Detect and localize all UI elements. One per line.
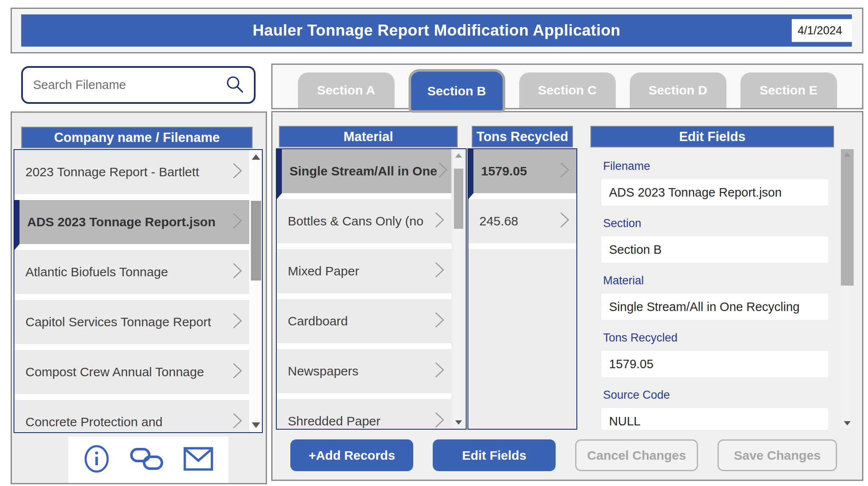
tab-section-b[interactable]: Section B (409, 69, 505, 113)
list-item[interactable]: Atlantic Biofuels Tonnage (14, 250, 249, 300)
scroll-up-icon[interactable] (455, 153, 462, 158)
mail-icon[interactable] (184, 447, 213, 472)
material-list: Single Stream/All in One Bottles & Cans … (276, 148, 467, 430)
tons-list-header: Tons Recycled (472, 126, 573, 147)
add-records-button[interactable]: +Add Records (290, 439, 413, 471)
tab-section-c[interactable]: Section C (519, 72, 616, 108)
company-list-header: Company name / Filename (21, 127, 253, 148)
save-changes-button[interactable]: Save Changes (718, 439, 837, 471)
list-item[interactable]: Newspapers (277, 349, 451, 399)
date-picker[interactable]: 4/1/2024 (792, 19, 852, 42)
list-item-label: Single Stream/All in One (289, 164, 437, 178)
chevron-right-icon (434, 260, 445, 283)
field-label-filename: Filename (603, 160, 834, 173)
tab-section-d[interactable]: Section D (630, 72, 726, 108)
list-item-label: Compost Crew Annual Tonnage (25, 365, 204, 379)
list-item-label: ADS 2023 Tonnage Report.json (27, 215, 216, 229)
company-scrollbar[interactable] (250, 151, 262, 431)
list-item-selected[interactable]: 1579.05 (468, 149, 576, 199)
header-window: Hauler Tonnage Report Modification Appli… (11, 8, 863, 53)
list-item-label: Bottles & Cans Only (no (288, 214, 423, 228)
chevron-right-icon (231, 311, 243, 334)
source-code-field[interactable] (601, 408, 828, 430)
edit-fields-scrollbar[interactable] (841, 149, 854, 429)
tab-section-a[interactable]: Section A (298, 72, 395, 108)
section-field[interactable] (601, 236, 828, 263)
list-item[interactable]: Compost Crew Annual Tonnage (14, 350, 249, 400)
company-panel: Company name / Filename 2023 Tonnage Rep… (11, 111, 267, 484)
list-item[interactable]: Shredded Paper (277, 399, 451, 430)
scroll-down-icon[interactable] (455, 420, 462, 425)
field-label-tons-recycled: Tons Recycled (603, 331, 834, 345)
list-item-selected[interactable]: ADS 2023 Tonnage Report.json (14, 200, 249, 250)
search-box[interactable] (21, 66, 256, 104)
edit-fields-header: Edit Fields (590, 126, 834, 147)
tab-section-e[interactable]: Section E (740, 72, 837, 108)
chevron-right-icon (231, 211, 243, 234)
list-item[interactable]: Cardboard (277, 299, 451, 349)
scroll-up-icon[interactable] (252, 154, 260, 160)
page-title: Hauler Tonnage Report Modification Appli… (253, 22, 620, 39)
list-item[interactable]: 2023 Tonnage Report - Bartlett (14, 150, 249, 200)
chevron-right-icon (434, 410, 445, 430)
footer-icons (68, 436, 228, 483)
material-list-header: Material (279, 126, 458, 147)
chevron-right-icon (434, 210, 445, 233)
header-bar: Hauler Tonnage Report Modification Appli… (21, 14, 852, 47)
tons-list: 1579.05 245.68 (467, 148, 577, 430)
list-item-label: Newspapers (288, 364, 359, 378)
scroll-down-icon[interactable] (252, 422, 260, 428)
list-item[interactable]: Mixed Paper (277, 249, 451, 299)
app-window: Hauler Tonnage Report Modification Appli… (0, 0, 868, 486)
list-item-label: Shredded Paper (288, 414, 381, 428)
chevron-right-icon (231, 261, 243, 284)
list-item[interactable]: Bottles & Cans Only (no (277, 199, 451, 249)
scroll-up-icon[interactable] (844, 153, 851, 157)
company-list: 2023 Tonnage Report - Bartlett ADS 2023 … (14, 149, 263, 433)
field-label-material: Material (603, 274, 834, 288)
chevron-right-icon (434, 310, 445, 333)
material-scrollbar[interactable] (453, 150, 464, 428)
list-item-selected[interactable]: Single Stream/All in One (277, 149, 451, 199)
scrollbar-thumb[interactable] (841, 149, 854, 286)
chevron-right-icon (437, 160, 449, 183)
scrollbar-thumb[interactable] (454, 169, 463, 229)
info-icon[interactable] (83, 444, 110, 475)
scrollbar-thumb[interactable] (251, 201, 261, 280)
list-item-label: 2023 Tonnage Report - Bartlett (25, 165, 199, 179)
list-item-label: Atlantic Biofuels Tonnage (25, 265, 168, 279)
chevron-right-icon (231, 361, 243, 384)
field-label-source-code: Source Code (603, 389, 834, 402)
list-item[interactable]: Capitol Services Tonnage Report (14, 300, 249, 350)
chevron-right-icon (559, 210, 570, 233)
scroll-down-icon[interactable] (844, 421, 851, 425)
list-item-label: Cardboard (288, 314, 348, 328)
chevron-right-icon (434, 360, 445, 383)
chevron-right-icon (231, 161, 243, 184)
chevron-right-icon (231, 411, 243, 433)
tons-recycled-field[interactable] (601, 351, 828, 377)
list-item-label: Capitol Services Tonnage Report (25, 315, 211, 329)
list-item[interactable]: Concrete Protection and (14, 400, 249, 433)
link-icon[interactable] (129, 446, 164, 474)
chevron-right-icon (559, 160, 570, 183)
list-item[interactable]: 245.68 (468, 199, 576, 249)
section-content-panel: Material Single Stream/All in One Bottle… (271, 111, 863, 481)
material-field[interactable] (601, 294, 828, 320)
list-item-label: Concrete Protection and (25, 415, 163, 429)
edit-fields-button[interactable]: Edit Fields (433, 439, 556, 471)
field-label-section: Section (603, 217, 834, 231)
list-item-label: 245.68 (479, 214, 518, 228)
search-input[interactable] (33, 78, 225, 92)
filename-field[interactable] (601, 179, 828, 206)
search-icon (225, 75, 245, 96)
list-item-label: 1579.05 (481, 164, 527, 178)
list-item-label: Mixed Paper (288, 264, 359, 278)
cancel-changes-button[interactable]: Cancel Changes (575, 439, 698, 471)
section-tab-bar: Section A Section B Section C Section D … (271, 64, 863, 109)
edit-fields-form: Filename Section Material Tons Recycled … (590, 148, 834, 430)
